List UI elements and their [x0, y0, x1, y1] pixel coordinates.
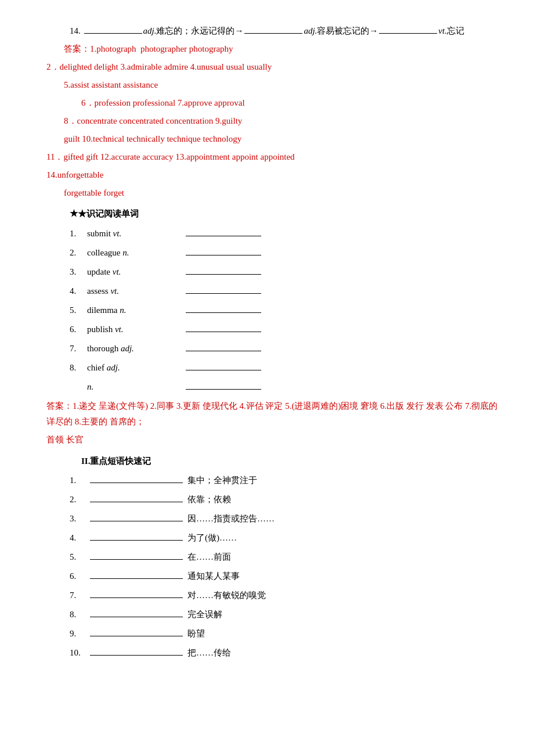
answer6-text: guilt 10.technical technically technique…: [64, 134, 241, 143]
phrase-meaning: 对……有敏锐的嗅觉: [187, 588, 266, 603]
vocab-blank: [186, 370, 261, 370]
phrase-item: 5. 在……前面: [46, 549, 499, 565]
q14-text2: 容易被忘记的→: [317, 23, 378, 39]
vocab-word: submit vt.: [87, 226, 180, 242]
phrase-blank: [90, 655, 183, 656]
answer9-text: forgettable forget: [64, 188, 124, 197]
vocab-word: dilemma n.: [87, 303, 180, 318]
vocab-n-line: [186, 389, 261, 390]
answer1-prefix: 答案：1.photograph: [64, 44, 136, 53]
phrase-blank: [90, 483, 183, 483]
answer-vocab-prefix: 答案：1.递交 呈递(文件等) 2.同事 3.更新 使现代化 4.评估 评定 5…: [46, 401, 497, 426]
answer-vocab-suffix-text: 首领 长官: [46, 435, 84, 444]
vocab-word: colleague n.: [87, 245, 180, 261]
vocab-num: 2.: [70, 245, 87, 261]
star-title: ★★识记阅读单词: [46, 206, 499, 222]
vocab-item: 1. submit vt.: [46, 226, 499, 242]
answer1-words: photographer photography: [140, 44, 233, 53]
q14-vt: vt.: [438, 23, 447, 39]
vocab-num: 5.: [70, 303, 87, 318]
vocab-blank: [186, 255, 261, 255]
phrase-item: 7. 对……有敏锐的嗅觉: [46, 588, 499, 603]
phrase-num: 9.: [70, 626, 90, 642]
phrase-meaning: 集中；全神贯注于: [187, 473, 257, 488]
q14-line: 14. adj. 难忘的；永远记得的→ adj. 容易被忘记的→ vt. 忘记: [46, 23, 499, 39]
phrase-blank: [90, 521, 183, 521]
phrase-blank: [90, 636, 183, 636]
q14-adj1: adj.: [143, 23, 157, 39]
answer4-text: 6．profession professional 7.approve appr…: [81, 98, 245, 107]
phrase-list: 1. 集中；全神贯注于 2. 依靠；依赖 3. 因……指责或控告…… 4. 为了…: [46, 473, 499, 661]
q14-text3: 忘记: [447, 23, 464, 39]
phrase-blank: [90, 578, 183, 579]
answer8-text: 14.unforgettable: [46, 170, 103, 179]
q14-blank3: [379, 33, 437, 34]
answer2-text: 2．delighted delight 3.admirable admire 4…: [46, 62, 272, 71]
vocab-word: publish vt.: [87, 322, 180, 337]
vocab-num: 6.: [70, 322, 87, 337]
phrase-item: 6. 通知某人某事: [46, 568, 499, 584]
phrase-meaning: 为了(做)……: [187, 530, 237, 546]
vocab-item: 2. colleague n.: [46, 245, 499, 261]
section2-title: II.重点短语快速记: [46, 453, 499, 469]
phrase-item: 4. 为了(做)……: [46, 530, 499, 546]
answer-block-9: forgettable forget: [46, 185, 499, 201]
phrase-meaning: 因……指责或控告……: [187, 511, 275, 527]
phrase-meaning: 在……前面: [187, 549, 231, 565]
phrase-item: 1. 集中；全神贯注于: [46, 473, 499, 488]
vocab-item: 8. chief adj.: [46, 360, 499, 376]
star-icon: ★: [70, 208, 78, 218]
phrase-num: 5.: [70, 549, 90, 565]
phrase-meaning: 盼望: [187, 626, 205, 642]
answer-block-8: 14.unforgettable: [46, 167, 499, 183]
phrase-blank: [90, 597, 183, 598]
phrase-item: 10. 把……传给: [46, 645, 499, 661]
phrase-num: 6.: [70, 568, 90, 584]
phrase-meaning: 依靠；依赖: [187, 492, 231, 507]
phrase-item: 3. 因……指责或控告……: [46, 511, 499, 527]
phrase-blank: [90, 540, 183, 541]
phrase-item: 2. 依靠；依赖: [46, 492, 499, 507]
q14-blank2: [244, 33, 302, 34]
phrase-meaning: 把……传给: [187, 645, 231, 661]
answer-block-6: guilt 10.technical technically technique…: [46, 131, 499, 147]
q14-blank1: [84, 33, 142, 34]
vocab-item: 4. assess vt.: [46, 283, 499, 299]
phrase-num: 3.: [70, 511, 90, 527]
vocab-num: 4.: [70, 283, 87, 299]
answer-vocab-suffix: 首领 长官: [46, 432, 499, 448]
vocab-num: 7.: [70, 341, 87, 357]
vocab-item: 3. update vt.: [46, 264, 499, 280]
vocab-blank: [186, 312, 261, 313]
vocab-n-label: n.: [87, 379, 180, 395]
phrase-blank: [90, 617, 183, 617]
answer-block-2: 2．delighted delight 3.admirable admire 4…: [46, 59, 499, 75]
vocab-blank: [186, 293, 261, 294]
phrase-blank: [90, 559, 183, 560]
vocab-item: 5. dilemma n.: [46, 303, 499, 318]
vocab-blank: [186, 351, 261, 351]
q14-adj2: adj.: [304, 23, 317, 39]
answer-vocab-block: 答案：1.递交 呈递(文件等) 2.同事 3.更新 使现代化 4.评估 评定 5…: [46, 398, 499, 430]
answer-block-7: 11．gifted gift 12.accurate accuracy 13.a…: [46, 149, 499, 165]
vocab-list: 1. submit vt. 2. colleague n. 3. update …: [46, 226, 499, 376]
phrase-num: 1.: [70, 473, 90, 488]
phrase-num: 2.: [70, 492, 90, 507]
vocab-word: assess vt.: [87, 283, 180, 299]
vocab-item: 7. thorough adj.: [46, 341, 499, 357]
vocab-num: 1.: [70, 226, 87, 242]
phrase-blank: [90, 502, 183, 502]
answer-block-3: 5.assist assistant assistance: [46, 77, 499, 93]
q14-text1: 难忘的；永远记得的→: [156, 23, 243, 39]
phrase-item: 9. 盼望: [46, 626, 499, 642]
answer3-text: 5.assist assistant assistance: [64, 80, 158, 89]
vocab-word: thorough adj.: [87, 341, 180, 357]
phrase-num: 4.: [70, 530, 90, 546]
phrase-num: 8.: [70, 607, 90, 622]
phrase-num: 7.: [70, 588, 90, 603]
vocab-num: 3.: [70, 264, 87, 280]
phrase-item: 8. 完全误解: [46, 607, 499, 622]
phrase-num: 10.: [70, 645, 90, 661]
answer5-text: 8．concentrate concentrated concentration…: [64, 116, 242, 125]
vocab-word: chief adj.: [87, 360, 180, 376]
